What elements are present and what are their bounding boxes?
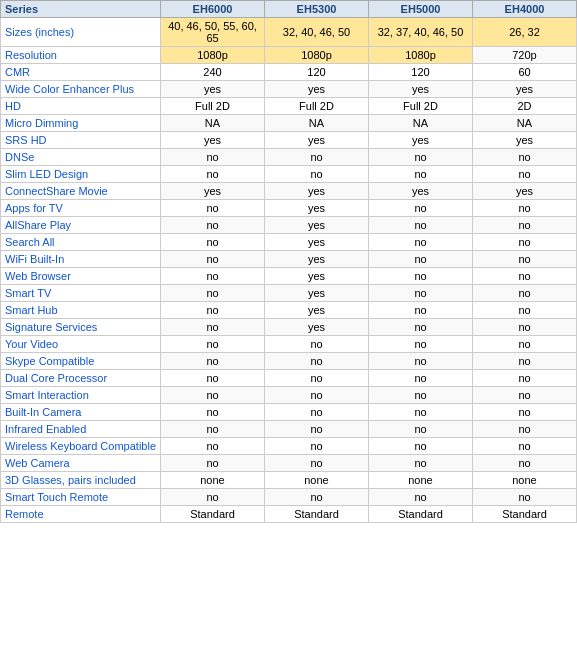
row-cell: no	[161, 421, 265, 438]
row-cell: yes	[369, 81, 473, 98]
row-cell: no	[473, 319, 577, 336]
table-row: Smart Hubnoyesnono	[1, 302, 577, 319]
row-cell: yes	[473, 81, 577, 98]
row-label: ConnectShare Movie	[1, 183, 161, 200]
row-cell: no	[161, 302, 265, 319]
row-label: Smart Hub	[1, 302, 161, 319]
row-cell: yes	[369, 183, 473, 200]
table-row: WiFi Built-Innoyesnono	[1, 251, 577, 268]
row-cell: no	[161, 166, 265, 183]
row-cell: none	[161, 472, 265, 489]
row-cell: no	[473, 302, 577, 319]
row-cell: no	[369, 404, 473, 421]
table-header-row: Series EH6000 EH5300 EH5000 EH4000	[1, 1, 577, 18]
header-series: Series	[1, 1, 161, 18]
row-cell: 60	[473, 64, 577, 81]
table-row: Infrared Enablednononono	[1, 421, 577, 438]
row-cell: 1080p	[161, 47, 265, 64]
row-cell: NA	[161, 115, 265, 132]
row-label: WiFi Built-In	[1, 251, 161, 268]
row-cell: no	[161, 353, 265, 370]
row-cell: yes	[265, 319, 369, 336]
row-cell: yes	[473, 132, 577, 149]
row-cell: no	[369, 489, 473, 506]
row-label: Built-In Camera	[1, 404, 161, 421]
row-cell: no	[369, 166, 473, 183]
table-row: CMR24012012060	[1, 64, 577, 81]
header-eh5000: EH5000	[369, 1, 473, 18]
row-cell: no	[265, 353, 369, 370]
row-cell: 120	[369, 64, 473, 81]
row-cell: yes	[161, 132, 265, 149]
row-cell: no	[161, 268, 265, 285]
row-cell: no	[161, 234, 265, 251]
row-label: Infrared Enabled	[1, 421, 161, 438]
row-cell: 240	[161, 64, 265, 81]
row-label: Wide Color Enhancer Plus	[1, 81, 161, 98]
row-label: DNSe	[1, 149, 161, 166]
row-cell: no	[473, 387, 577, 404]
row-label: Smart TV	[1, 285, 161, 302]
row-cell: 120	[265, 64, 369, 81]
table-row: DNSenononono	[1, 149, 577, 166]
table-row: Your Videonononono	[1, 336, 577, 353]
row-cell: no	[161, 285, 265, 302]
table-row: Wide Color Enhancer Plusyesyesyesyes	[1, 81, 577, 98]
table-row: Web Cameranononono	[1, 455, 577, 472]
row-cell: yes	[369, 132, 473, 149]
table-row: ConnectShare Movieyesyesyesyes	[1, 183, 577, 200]
row-cell: yes	[265, 268, 369, 285]
row-cell: no	[369, 200, 473, 217]
row-cell: no	[369, 285, 473, 302]
row-cell: none	[473, 472, 577, 489]
row-cell: no	[473, 217, 577, 234]
row-cell: no	[473, 404, 577, 421]
row-cell: no	[161, 336, 265, 353]
row-label: Web Camera	[1, 455, 161, 472]
table-row: Smart Interactionnononono	[1, 387, 577, 404]
row-label: Signature Services	[1, 319, 161, 336]
row-cell: no	[473, 336, 577, 353]
row-cell: no	[369, 387, 473, 404]
row-cell: no	[473, 489, 577, 506]
row-cell: no	[473, 200, 577, 217]
row-cell: no	[473, 268, 577, 285]
row-cell: no	[369, 353, 473, 370]
row-cell: NA	[369, 115, 473, 132]
row-cell: no	[473, 455, 577, 472]
row-cell: no	[161, 251, 265, 268]
row-label: Apps for TV	[1, 200, 161, 217]
row-label: AllShare Play	[1, 217, 161, 234]
row-label: Remote	[1, 506, 161, 523]
table-row: RemoteStandardStandardStandardStandard	[1, 506, 577, 523]
row-cell: no	[369, 268, 473, 285]
row-cell: no	[161, 149, 265, 166]
row-label: Slim LED Design	[1, 166, 161, 183]
table-row: Wireless Keyboard Compatiblenononono	[1, 438, 577, 455]
row-cell: no	[369, 319, 473, 336]
table-row: AllShare Playnoyesnono	[1, 217, 577, 234]
table-row: HDFull 2DFull 2DFull 2D2D	[1, 98, 577, 115]
table-row: Smart Touch Remotenononono	[1, 489, 577, 506]
table-row: 3D Glasses, pairs includednonenonenoneno…	[1, 472, 577, 489]
row-cell: no	[473, 370, 577, 387]
row-cell: no	[265, 421, 369, 438]
table-row: SRS HDyesyesyesyes	[1, 132, 577, 149]
row-cell: no	[161, 217, 265, 234]
row-cell: none	[369, 472, 473, 489]
table-row: Signature Servicesnoyesnono	[1, 319, 577, 336]
comparison-table: Series EH6000 EH5300 EH5000 EH4000 Sizes…	[0, 0, 577, 523]
row-cell: yes	[265, 183, 369, 200]
row-cell: 1080p	[369, 47, 473, 64]
table-row: Dual Core Processornononono	[1, 370, 577, 387]
row-cell: no	[161, 370, 265, 387]
row-cell: no	[161, 319, 265, 336]
row-cell: yes	[265, 285, 369, 302]
row-cell: yes	[265, 132, 369, 149]
row-cell: no	[369, 455, 473, 472]
row-cell: 1080p	[265, 47, 369, 64]
row-cell: no	[473, 438, 577, 455]
row-cell: no	[369, 370, 473, 387]
row-cell: none	[265, 472, 369, 489]
row-cell: NA	[265, 115, 369, 132]
